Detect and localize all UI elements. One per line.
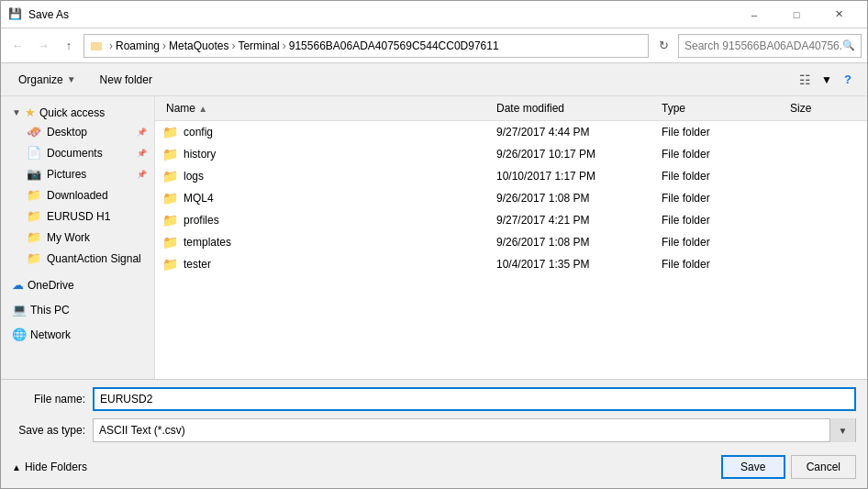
refresh-button[interactable]: ↻ <box>652 34 674 58</box>
chevron-icon: ▼ <box>12 107 21 117</box>
sidebar-item-eurusd[interactable]: 📁 EURUSD H1 <box>1 206 154 227</box>
help-button[interactable]: ? <box>836 68 860 92</box>
sidebar-item-pictures[interactable]: 📷 Pictures 📌 <box>1 163 154 184</box>
path-sep-2: › <box>162 39 166 52</box>
file-type: File folder <box>658 170 786 183</box>
file-date: 9/26/2017 1:08 PM <box>493 236 658 249</box>
file-name: 📁 config <box>162 125 493 139</box>
col-header-date[interactable]: Date modified <box>493 98 658 118</box>
file-type: File folder <box>658 258 786 271</box>
bottom-buttons: ▲ Hide Folders Save Cancel <box>1 450 867 488</box>
file-name-text: MQL4 <box>184 192 214 205</box>
save-as-dialog: 💾 Save As – □ ✕ ← → ↑ › Roaming › MetaQu… <box>0 0 868 489</box>
view-toggle-button[interactable]: ☷ <box>792 68 818 92</box>
col-header-type[interactable]: Type <box>658 98 786 118</box>
new-folder-button[interactable]: New folder <box>90 68 162 92</box>
file-name: 📁 profiles <box>162 213 493 228</box>
file-date: 10/10/2017 1:17 PM <box>493 170 658 183</box>
onedrive-label: OneDrive <box>28 279 74 292</box>
filename-input[interactable] <box>93 387 856 411</box>
quick-access-header[interactable]: ▼ ★ Quick access <box>1 100 154 121</box>
col-header-size[interactable]: Size <box>786 98 860 118</box>
col-header-name[interactable]: Name ▲ <box>162 98 493 118</box>
path-part-roaming: Roaming <box>116 39 160 52</box>
filename-row: File name: <box>1 380 867 415</box>
forward-button[interactable]: → <box>32 35 54 57</box>
folder-icon: 📁 <box>162 169 178 183</box>
file-name: 📁 logs <box>162 169 493 183</box>
sort-arrow: ▲ <box>198 104 207 114</box>
network-label: Network <box>30 328 71 341</box>
onedrive-item[interactable]: ☁ OneDrive <box>1 272 154 294</box>
address-bar: ← → ↑ › Roaming › MetaQuotes › Terminal … <box>1 28 867 63</box>
sidebar-item-eurusd-label: EURUSD H1 <box>47 210 110 223</box>
mywork-folder-icon: 📁 <box>27 230 41 244</box>
thispc-item[interactable]: 💻 This PC <box>1 297 154 318</box>
toolbar-right: ☷ ▼ ? <box>792 68 860 92</box>
file-type: File folder <box>658 236 786 249</box>
sidebar-item-quantaction[interactable]: 📁 QuantAction Signal <box>1 248 154 269</box>
table-row[interactable]: 📁 logs 10/10/2017 1:17 PM File folder <box>155 165 867 187</box>
file-name-text: tester <box>184 258 211 271</box>
save-button[interactable]: Save <box>721 455 785 479</box>
search-icon: 🔍 <box>842 39 855 51</box>
pin-icon-pics: 📌 <box>137 170 147 179</box>
filename-label: File name: <box>12 393 85 406</box>
minimize-button[interactable]: – <box>733 1 775 28</box>
file-name: 📁 templates <box>162 235 493 250</box>
quantaction-folder-icon: 📁 <box>27 251 41 265</box>
hide-folders-button[interactable]: ▲ Hide Folders <box>12 461 87 473</box>
bottom-area: File name: Save as type: ASCII Text (*.c… <box>1 379 867 488</box>
search-input[interactable] <box>684 39 842 52</box>
desktop-icon: 🛷 <box>27 125 41 139</box>
sidebar-item-mywork[interactable]: 📁 My Work <box>1 227 154 248</box>
sidebar-item-documents[interactable]: 📄 Documents 📌 <box>1 142 154 163</box>
network-item[interactable]: 🌐 Network <box>1 322 154 343</box>
cancel-button[interactable]: Cancel <box>791 455 856 479</box>
search-box[interactable]: 🔍 <box>678 34 862 58</box>
sidebar-item-desktop[interactable]: 🛷 Desktop 📌 <box>1 121 154 142</box>
close-button[interactable]: ✕ <box>818 1 860 28</box>
file-date: 10/4/2017 1:35 PM <box>493 258 658 271</box>
hide-folders-label: Hide Folders <box>25 461 87 473</box>
file-type: File folder <box>658 192 786 205</box>
path-part-hash: 915566BA06ADA407569C544CC0D97611 <box>289 39 499 52</box>
file-name-text: config <box>184 126 213 139</box>
file-name: 📁 tester <box>162 257 493 272</box>
file-name-text: templates <box>184 236 231 249</box>
sidebar-item-quantaction-label: QuantAction Signal <box>47 252 141 265</box>
organize-button[interactable]: Organize ▼ <box>8 68 86 92</box>
folder-icon: 📁 <box>162 125 178 139</box>
filetype-select[interactable]: ASCII Text (*.csv) CSV (*.csv) Text (*.t… <box>99 424 829 437</box>
documents-icon: 📄 <box>27 146 41 160</box>
table-row[interactable]: 📁 history 9/26/2017 10:17 PM File folder <box>155 143 867 165</box>
file-type: File folder <box>658 126 786 139</box>
sidebar-item-downloaded-label: Downloaded <box>47 189 108 202</box>
network-icon: 🌐 <box>12 328 27 341</box>
up-button[interactable]: ↑ <box>58 35 80 57</box>
table-row[interactable]: 📁 templates 9/26/2017 1:08 PM File folde… <box>155 231 867 253</box>
svg-rect-1 <box>91 44 102 50</box>
filetype-select-wrapper[interactable]: ASCII Text (*.csv) CSV (*.csv) Text (*.t… <box>93 418 856 442</box>
onedrive-section: ☁ OneDrive <box>1 272 154 294</box>
title-bar: 💾 Save As – □ ✕ <box>1 1 867 28</box>
table-row[interactable]: 📁 config 9/27/2017 4:44 PM File folder <box>155 121 867 143</box>
table-row[interactable]: 📁 profiles 9/27/2017 4:21 PM File folder <box>155 209 867 231</box>
file-list-header: Name ▲ Date modified Type Size <box>155 96 867 121</box>
quick-access-section: ▼ ★ Quick access 🛷 Desktop 📌 📄 Documents… <box>1 100 154 269</box>
sidebar: ▼ ★ Quick access 🛷 Desktop 📌 📄 Documents… <box>1 96 155 379</box>
file-name-text: history <box>184 148 216 161</box>
back-button[interactable]: ← <box>6 35 28 57</box>
onedrive-icon: ☁ <box>12 278 24 292</box>
thispc-section: 💻 This PC <box>1 297 154 318</box>
path-sep-3: › <box>231 39 235 52</box>
window-icon: 💾 <box>8 7 23 22</box>
table-row[interactable]: 📁 MQL4 9/26/2017 1:08 PM File folder <box>155 187 867 209</box>
maximize-button[interactable]: □ <box>775 1 818 28</box>
quick-access-star-icon: ★ <box>25 106 36 119</box>
sidebar-item-pictures-label: Pictures <box>47 168 86 181</box>
thispc-icon: 💻 <box>12 303 27 317</box>
address-path[interactable]: › Roaming › MetaQuotes › Terminal › 9155… <box>83 34 649 58</box>
sidebar-item-downloaded[interactable]: 📁 Downloaded <box>1 184 154 206</box>
table-row[interactable]: 📁 tester 10/4/2017 1:35 PM File folder <box>155 253 867 275</box>
